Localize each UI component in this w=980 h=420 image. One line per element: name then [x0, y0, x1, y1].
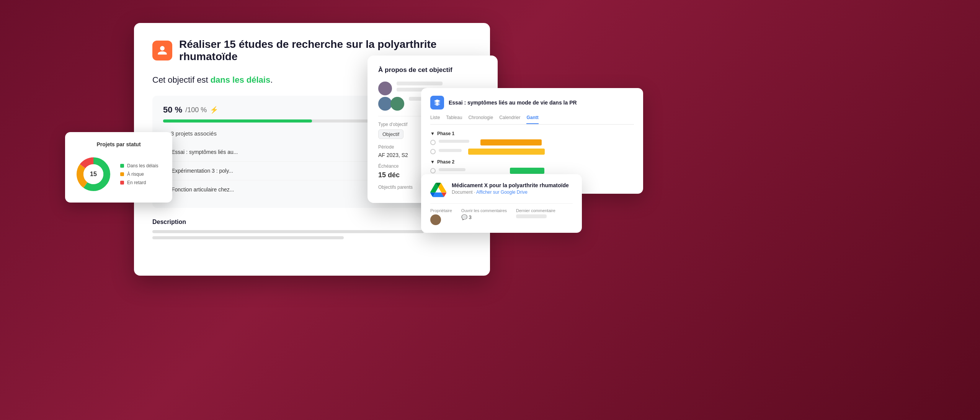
- progress-bar-fill: [163, 119, 312, 123]
- tab-liste[interactable]: Liste: [430, 115, 440, 124]
- tab-chronologie[interactable]: Chronologie: [468, 115, 493, 124]
- gantt-task-placeholder-3: [439, 168, 466, 171]
- gantt-row-1: [430, 139, 634, 145]
- gantt-bar-2: [468, 149, 545, 155]
- status-highlight: dans les délais: [211, 75, 271, 85]
- drive-card: Médicament X pour la polyarthrite rhumat…: [421, 174, 582, 233]
- comments-label: Ouvrir les commentaires: [461, 208, 507, 213]
- owner-label: Propriétaire: [430, 208, 452, 213]
- gantt-check-3: [430, 168, 436, 173]
- comment-icon: 💬: [461, 214, 467, 220]
- comments-count: 3: [469, 214, 471, 220]
- tab-calendrier[interactable]: Calendrier: [499, 115, 520, 124]
- drive-info: Médicament X pour la polyarthrite rhumat…: [452, 182, 569, 198]
- progress-max: /100 %: [185, 106, 207, 114]
- legend-on-time: Dans les délais: [120, 163, 158, 168]
- phase-1-arrow: ▼: [430, 131, 435, 136]
- gantt-bar-container-1: [472, 139, 634, 145]
- google-drive-icon: [430, 182, 446, 198]
- donut-legend: Dans les délais À risque En retard: [120, 163, 158, 185]
- projects-count-label: 3 projets associés: [171, 130, 217, 137]
- lightning-icon: ⚡: [210, 106, 218, 114]
- comments-value: 💬 3: [461, 214, 507, 220]
- gantt-bar-container-3: [469, 168, 634, 174]
- drive-title: Médicament X pour la polyarthrite rhumat…: [452, 182, 569, 189]
- drive-subtitle: Document · Afficher sur Google Drive: [452, 190, 569, 195]
- phase-1-section: ▼ Phase 1: [430, 131, 634, 155]
- owner-avatar: [430, 214, 441, 225]
- project-name-1: Essai : symptômes liés au...: [172, 149, 381, 155]
- status-prefix: Cet objectif est: [152, 75, 211, 85]
- gantt-row-2: [430, 149, 634, 155]
- donut-title: Projets par statut: [74, 141, 163, 147]
- gantt-bar-container-2: [465, 149, 634, 155]
- gantt-row-3: [430, 168, 634, 174]
- legend-label-on-time: Dans les délais: [127, 163, 158, 168]
- tab-gantt[interactable]: Gantt: [526, 115, 538, 124]
- about-avatar-1: [378, 82, 392, 95]
- gantt-task-placeholder-1: [439, 140, 469, 143]
- drive-header: Médicament X pour la polyarthrite rhumat…: [430, 182, 573, 198]
- status-suffix: .: [270, 75, 273, 85]
- drive-footer: Propriétaire Ouvrir les commentaires 💬 3…: [430, 203, 573, 225]
- phase-1-label: ▼ Phase 1: [430, 131, 634, 136]
- legend-at-risk: À risque: [120, 172, 158, 177]
- progress-value: 50 %: [163, 105, 182, 115]
- gantt-tabs: Liste Tableau Chronologie Calendrier Gan…: [430, 115, 634, 125]
- legend-dot-red: [120, 181, 124, 185]
- owner-col: Propriétaire: [430, 208, 452, 225]
- last-comment-col: Dernier commentaire: [516, 208, 555, 225]
- about-avatar-3: [390, 97, 404, 111]
- donut-wrap: 15: [74, 155, 113, 193]
- gantt-check-2: [430, 149, 436, 154]
- about-avatar-2: [378, 97, 392, 111]
- gantt-header: Essai : symptômes liés au mode de vie da…: [430, 96, 634, 109]
- svg-text:15: 15: [90, 171, 97, 177]
- last-comment-placeholder: [516, 214, 547, 218]
- gantt-task-placeholder-2: [439, 149, 462, 152]
- comments-col: Ouvrir les commentaires 💬 3: [461, 208, 507, 225]
- gantt-title: Essai : symptômes liés au mode de vie da…: [449, 100, 577, 106]
- drive-link[interactable]: Afficher sur Google Drive: [476, 190, 528, 195]
- legend-dot-yellow: [120, 172, 124, 176]
- legend-label-late: En retard: [127, 180, 146, 185]
- about-title: À propos de cet objectif: [378, 66, 487, 74]
- gantt-check-1: [430, 140, 436, 145]
- type-badge: Objectif: [378, 129, 403, 139]
- legend-late: En retard: [120, 180, 158, 185]
- project-name-3: Fonction articulaire chez...: [172, 186, 381, 193]
- description-bar-2: [152, 236, 344, 239]
- project-name-2: Expérimentation 3 : poly...: [172, 168, 381, 174]
- donut-container: 15 Dans les délais À risque En retard: [74, 155, 163, 193]
- tab-tableau[interactable]: Tableau: [446, 115, 462, 124]
- legend-dot-green: [120, 164, 124, 168]
- donut-svg: 15: [74, 155, 113, 193]
- gantt-app-icon: [430, 96, 444, 109]
- phase-2-arrow: ▼: [430, 159, 435, 165]
- person-name-placeholder: [397, 82, 443, 85]
- phase-2-label: ▼ Phase 2: [430, 159, 634, 165]
- description-bar-1: [152, 230, 424, 233]
- gantt-bar-1: [480, 139, 542, 145]
- donut-chart-card: Projets par statut 15 Dans les délais: [65, 132, 172, 203]
- last-comment-label: Dernier commentaire: [516, 208, 555, 213]
- app-icon: [152, 41, 172, 60]
- gantt-bar-3: [510, 168, 544, 174]
- legend-label-at-risk: À risque: [127, 172, 144, 177]
